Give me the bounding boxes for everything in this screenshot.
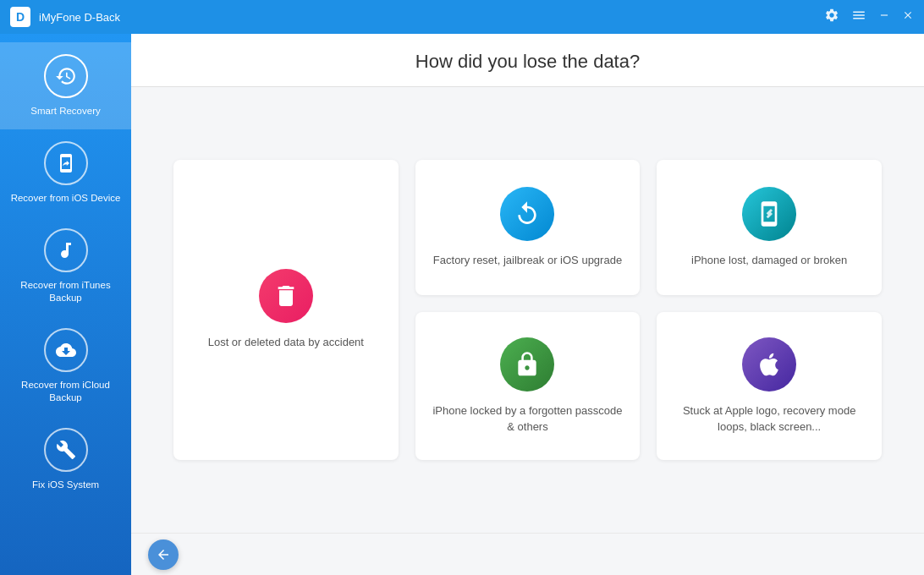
sidebar: Smart Recovery Recover from iOS Device R… [0, 34, 131, 575]
factory-icon [500, 187, 554, 241]
locked-icon [500, 337, 554, 392]
back-button[interactable] [148, 539, 179, 570]
card-damaged[interactable]: iPhone lost, damaged or broken [657, 160, 882, 295]
card-factory-label: Factory reset, jailbreak or iOS upgrade [433, 253, 622, 268]
main-content: How did you lose the data? Lost or delet… [131, 34, 924, 575]
sidebar-label-recover-itunes: Recover from iTunes Backup [8, 279, 123, 304]
app-title: iMyFone D-Back [39, 11, 824, 24]
main-header: How did you lose the data? [131, 34, 924, 87]
card-locked[interactable]: iPhone locked by a forgotten passcode & … [415, 312, 641, 459]
card-deleted[interactable]: Lost or deleted data by accident [173, 160, 399, 459]
sidebar-item-recover-icloud[interactable]: Recover from iCloud Backup [0, 316, 131, 416]
card-deleted-label: Lost or deleted data by accident [208, 335, 364, 350]
card-locked-label: iPhone locked by a forgotten passcode & … [432, 403, 624, 434]
app-logo: D [10, 7, 30, 27]
smart-recovery-icon [44, 54, 88, 98]
bottom-bar [131, 533, 924, 575]
card-factory[interactable]: Factory reset, jailbreak or iOS upgrade [415, 160, 641, 295]
card-stuck[interactable]: Stuck at Apple logo, recovery mode loops… [657, 312, 882, 459]
settings-icon[interactable] [824, 8, 839, 26]
recover-itunes-icon [44, 228, 88, 272]
minimize-icon[interactable] [878, 9, 890, 25]
titlebar: D iMyFone D-Back [0, 0, 924, 34]
menu-icon[interactable] [851, 8, 866, 26]
fix-ios-icon [44, 428, 88, 472]
sidebar-label-recover-ios: Recover from iOS Device [11, 192, 121, 205]
card-damaged-label: iPhone lost, damaged or broken [691, 253, 847, 268]
recover-icloud-icon [44, 328, 88, 372]
stuck-icon [742, 337, 796, 392]
cards-grid: Lost or deleted data by accident Factory… [131, 87, 924, 533]
sidebar-label-smart-recovery: Smart Recovery [30, 105, 100, 118]
sidebar-label-recover-icloud: Recover from iCloud Backup [8, 379, 123, 404]
damaged-icon [742, 187, 796, 241]
sidebar-item-recover-ios[interactable]: Recover from iOS Device [0, 129, 131, 216]
sidebar-item-recover-itunes[interactable]: Recover from iTunes Backup [0, 216, 131, 316]
deleted-icon [259, 269, 313, 323]
window-controls [824, 8, 914, 26]
close-icon[interactable] [902, 9, 914, 25]
sidebar-item-fix-ios[interactable]: Fix iOS System [0, 416, 131, 503]
sidebar-item-smart-recovery[interactable]: Smart Recovery [0, 42, 131, 129]
recover-ios-icon [44, 141, 88, 185]
app-body: Smart Recovery Recover from iOS Device R… [0, 34, 924, 575]
card-stuck-label: Stuck at Apple logo, recovery mode loops… [674, 403, 865, 434]
sidebar-label-fix-ios: Fix iOS System [32, 479, 99, 491]
page-title: How did you lose the data? [165, 51, 890, 73]
